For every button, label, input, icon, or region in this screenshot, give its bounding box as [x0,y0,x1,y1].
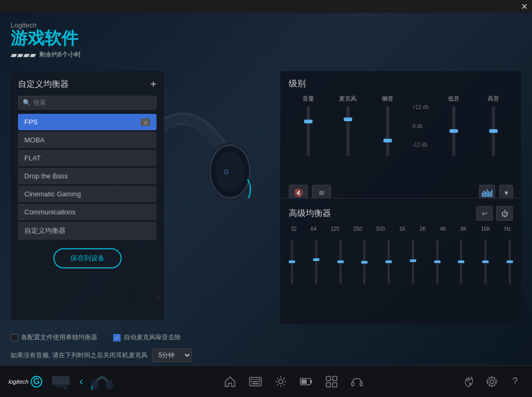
svg-rect-42 [258,379,260,380]
keyboard-button[interactable] [247,373,264,390]
svg-point-47 [279,380,283,384]
eq-band-4k[interactable] [460,239,462,284]
svg-line-55 [277,384,278,385]
timeout-select[interactable]: 5分钟 10分钟 15分钟 30分钟 从不 [152,348,192,362]
add-preset-button[interactable]: + [150,78,157,91]
option1-label: 各配置文件使用单独均衡器 [21,333,97,342]
preset-item-communications[interactable]: Communications [18,204,157,220]
volume-slider[interactable] [307,106,310,156]
preset-label: Drop the Bass [24,172,68,180]
svg-point-65 [490,380,494,383]
preset-item-fps[interactable]: FPS ▦ [18,114,157,130]
eq-band-500[interactable] [388,239,390,284]
treble-slider[interactable] [492,106,495,156]
mic-slider[interactable] [346,106,350,156]
preset-item-cinematic[interactable]: Cinematic Gaming [18,186,157,202]
eq-band-16k[interactable] [509,239,511,284]
eq-band-125[interactable] [340,239,342,284]
svg-line-53 [283,384,285,385]
bass-slider[interactable] [452,106,455,156]
eq-band-2k[interactable] [436,239,438,284]
help-button[interactable]: ? [507,373,524,390]
freq-8k: 8K [461,226,467,232]
presets-list: FPS ▦ MOBA FLAT Drop the Bass Cinematic … [18,114,157,240]
eq-reset-button[interactable]: ↩ [476,206,493,221]
preset-item-custom[interactable]: 自定义均衡器 [18,222,157,240]
equalizer-panel-title: 自定义均衡器 + [18,78,157,91]
search-input[interactable] [33,99,152,106]
taskbar-right: ? [460,373,524,390]
eq-band-1k[interactable] [412,239,414,284]
option1-checkbox[interactable] [11,334,18,341]
battery-button[interactable] [298,373,315,390]
app-title: 游戏软件 [11,29,521,48]
eq-band-64[interactable] [315,239,317,284]
taskbar-device-icon[interactable] [51,371,71,393]
bass-slider-group: 低音 [434,95,474,156]
eq-band-8k[interactable] [484,239,487,284]
svg-rect-31 [64,380,69,381]
svg-rect-43 [251,381,252,382]
svg-rect-26 [61,377,63,378]
freq-4k: 4K [440,226,446,232]
preset-label: MOBA [24,136,44,144]
option2-checkbox[interactable]: ✓ [113,334,121,341]
close-button[interactable]: ✕ [521,2,528,12]
nav-back-arrow[interactable]: ‹ [79,375,83,389]
headset-button[interactable] [348,373,365,390]
save-to-device-button[interactable]: 保存到设备 [53,248,122,268]
taskbar: logitech G ‹ [0,365,532,397]
settings-button[interactable] [483,373,500,390]
svg-point-36 [106,380,113,390]
battery-text: 剩余约6个小时 [39,50,81,59]
svg-rect-23 [53,377,55,378]
preset-item-flat[interactable]: FLAT [18,150,157,166]
auto-mic-row: 如果没有音频, 请在下列时间之后关闭耳机麦克风 5分钟 10分钟 15分钟 30… [0,345,532,365]
bars-icon [482,188,492,197]
svg-point-34 [64,386,67,390]
treble-label: 高音 [488,95,499,103]
volume-label: 音量 [302,95,314,103]
svg-rect-61 [326,383,331,387]
treble-slider-group: 高音 [473,95,513,156]
db-mid: 0 db [412,123,429,129]
svg-rect-41 [256,379,257,380]
svg-rect-57 [310,380,312,383]
preset-item-dropbass[interactable]: Drop the Bass [18,168,157,184]
sidetone-slider-group: 侧音 [368,95,407,156]
battery-icon: ▰▰▰▰ [11,50,36,60]
sliders-row: 音量 麦克风 侧音 +12 db [289,95,513,179]
chip-icon: ▦ [141,119,150,126]
svg-rect-28 [66,377,69,378]
effects-button[interactable] [460,373,477,390]
home-icon [224,375,236,388]
eq-band-250[interactable] [363,239,365,284]
preset-item-moba[interactable]: MOBA [18,132,157,148]
freq-2k: 2K [419,226,426,232]
logitech-logo: logitech G [8,376,42,387]
preset-label: Cinematic Gaming [24,190,81,198]
eq-power-button[interactable]: ⏻ [496,206,513,221]
mic-label: 麦克风 [339,95,356,103]
svg-rect-16 [483,191,484,197]
lighting-icon [274,375,287,388]
svg-rect-15 [482,193,483,197]
logo-text: logitech [8,378,29,385]
sidetone-slider[interactable] [386,106,389,156]
eq-band-32[interactable] [291,239,293,284]
option2-row[interactable]: ✓ 自动麦克风噪音去除 [113,333,181,342]
brand-name: Logitech [11,21,521,29]
preset-label: 自定义均衡器 [24,226,66,236]
svg-rect-44 [253,381,258,382]
lighting-button[interactable] [272,373,289,390]
option1-row[interactable]: 各配置文件使用单独均衡器 [11,333,97,342]
headset-thumbnail[interactable] [88,368,116,395]
svg-rect-25 [58,377,60,378]
svg-rect-60 [333,376,337,381]
left-panel: 自定义均衡器 + 🔍 FPS ▦ MOBA FLAT Drop [11,71,164,320]
home-button[interactable] [222,373,239,390]
grid-button[interactable] [323,373,340,390]
db-scale: +12 db 0 db -12 db [407,95,434,148]
svg-point-6 [215,151,245,192]
search-box[interactable]: 🔍 [18,96,157,110]
